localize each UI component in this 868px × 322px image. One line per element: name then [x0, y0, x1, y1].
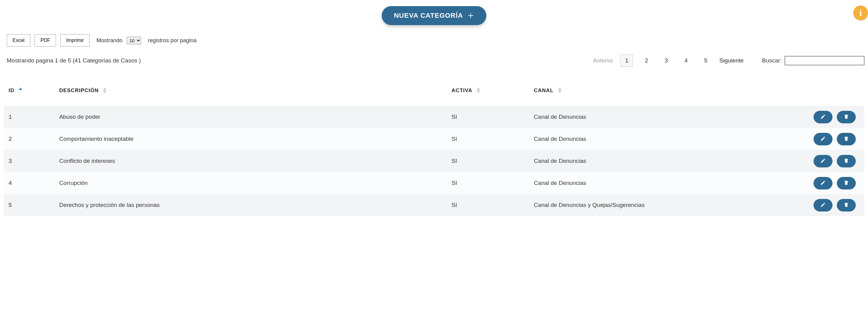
cell-id: 3: [4, 150, 54, 172]
plus-icon: [467, 12, 474, 19]
pagination: Anterior 1 2 3 4 5 Siguiente: [593, 55, 744, 67]
cell-active: SI: [446, 150, 529, 172]
cell-active: SI: [446, 128, 529, 150]
cell-id: 4: [4, 172, 54, 194]
cell-actions: [770, 150, 864, 172]
table-row: 1Abuso de poderSICanal de Denuncias: [4, 106, 864, 128]
th-active[interactable]: ACTIVA: [446, 81, 529, 106]
cell-active: SI: [446, 194, 529, 216]
th-description[interactable]: DESCRIPCIÓN: [54, 81, 446, 106]
table-row: 3Conflicto de interesesSICanal de Denunc…: [4, 150, 864, 172]
table-body: 1Abuso de poderSICanal de Denuncias2Comp…: [4, 106, 864, 216]
cell-channel: Canal de Denuncias: [529, 172, 770, 194]
print-button[interactable]: Imprimir: [60, 34, 90, 46]
page-root: i NUEVA CATEGORÍA Excel PDF Imprimir Mos…: [0, 0, 868, 216]
status-row: Mostrando pagina 1 de 5 (41 Categorías d…: [0, 46, 868, 69]
cell-description: Corrupción: [54, 172, 446, 194]
trash-icon: [843, 136, 849, 142]
sort-icon-id: [19, 88, 22, 90]
table-row: 4CorrupciónSICanal de Denuncias: [4, 172, 864, 194]
per-page-select[interactable]: 10: [127, 37, 141, 44]
pencil-icon: [820, 114, 826, 120]
cell-description: Derechos y protección de las personas: [54, 194, 446, 216]
cell-channel: Canal de Denuncias: [529, 128, 770, 150]
trash-icon: [843, 202, 849, 208]
edit-button[interactable]: [813, 133, 833, 146]
delete-button[interactable]: [837, 111, 856, 123]
showing-suffix: registros por pagina: [148, 37, 196, 44]
trash-icon: [843, 114, 849, 120]
edit-button[interactable]: [813, 199, 833, 212]
sort-icon-description: [103, 88, 106, 93]
th-channel-label: CANAL: [534, 88, 554, 93]
cell-id: 1: [4, 106, 54, 128]
th-channel[interactable]: CANAL: [529, 81, 770, 106]
pagination-page-2[interactable]: 2: [640, 55, 653, 67]
cell-actions: [770, 106, 864, 128]
pagination-page-1[interactable]: 1: [620, 55, 633, 67]
trash-icon: [843, 158, 849, 164]
delete-button[interactable]: [837, 177, 856, 190]
pencil-icon: [820, 202, 826, 208]
cell-channel: Canal de Denuncias y Quejas/Sugerencias: [529, 194, 770, 216]
th-id-label: ID: [8, 88, 14, 93]
cell-id: 5: [4, 194, 54, 216]
showing-prefix: Mostrando: [96, 37, 122, 44]
cell-description: Comportamiento inaceptable: [54, 128, 446, 150]
search-label: Buscar:: [762, 57, 782, 64]
info-icon[interactable]: i: [853, 5, 868, 20]
edit-button[interactable]: [813, 155, 833, 167]
export-pdf-button[interactable]: PDF: [35, 34, 56, 46]
header-row: NUEVA CATEGORÍA: [0, 0, 868, 34]
categories-table: ID DESCRIPCIÓN ACTIVA: [4, 81, 864, 216]
sort-icon-active: [476, 88, 480, 93]
cell-actions: [770, 194, 864, 216]
info-icon-glyph: i: [860, 8, 862, 18]
pencil-icon: [820, 158, 826, 164]
export-excel-button[interactable]: Excel: [7, 34, 30, 46]
pencil-icon: [820, 180, 826, 186]
search-input[interactable]: [785, 56, 864, 65]
cell-active: SI: [446, 172, 529, 194]
th-description-label: DESCRIPCIÓN: [59, 88, 98, 93]
new-category-label: NUEVA CATEGORÍA: [394, 12, 463, 20]
sort-icon-channel: [558, 88, 562, 93]
table-row: 5Derechos y protección de las personasSI…: [4, 194, 864, 216]
cell-id: 2: [4, 128, 54, 150]
cell-description: Abuso de poder: [54, 106, 446, 128]
cell-active: SI: [446, 106, 529, 128]
export-toolbar: Excel PDF Imprimir Mostrando 10 registro…: [0, 34, 868, 46]
pagination-page-5[interactable]: 5: [700, 55, 712, 67]
th-id[interactable]: ID: [4, 81, 54, 106]
th-active-label: ACTIVA: [452, 88, 472, 93]
edit-button[interactable]: [813, 177, 833, 190]
new-category-button[interactable]: NUEVA CATEGORÍA: [382, 6, 486, 25]
th-actions: [770, 81, 864, 106]
page-status-text: Mostrando pagina 1 de 5 (41 Categorías d…: [7, 57, 141, 64]
cell-actions: [770, 172, 864, 194]
cell-actions: [770, 128, 864, 150]
pagination-next[interactable]: Siguiente: [719, 57, 743, 64]
pagination-page-4[interactable]: 4: [680, 55, 692, 67]
delete-button[interactable]: [837, 133, 856, 146]
pagination-page-3[interactable]: 3: [660, 55, 673, 67]
trash-icon: [843, 180, 849, 186]
delete-button[interactable]: [837, 199, 856, 212]
pencil-icon: [820, 136, 826, 142]
pagination-prev[interactable]: Anterior: [593, 57, 613, 64]
cell-description: Conflicto de intereses: [54, 150, 446, 172]
table-head: ID DESCRIPCIÓN ACTIVA: [4, 81, 864, 106]
edit-button[interactable]: [813, 111, 833, 123]
search-group: Buscar:: [762, 56, 864, 65]
table-row: 2Comportamiento inaceptableSICanal de De…: [4, 128, 864, 150]
cell-channel: Canal de Denuncias: [529, 106, 770, 128]
cell-channel: Canal de Denuncias: [529, 150, 770, 172]
delete-button[interactable]: [837, 155, 856, 167]
